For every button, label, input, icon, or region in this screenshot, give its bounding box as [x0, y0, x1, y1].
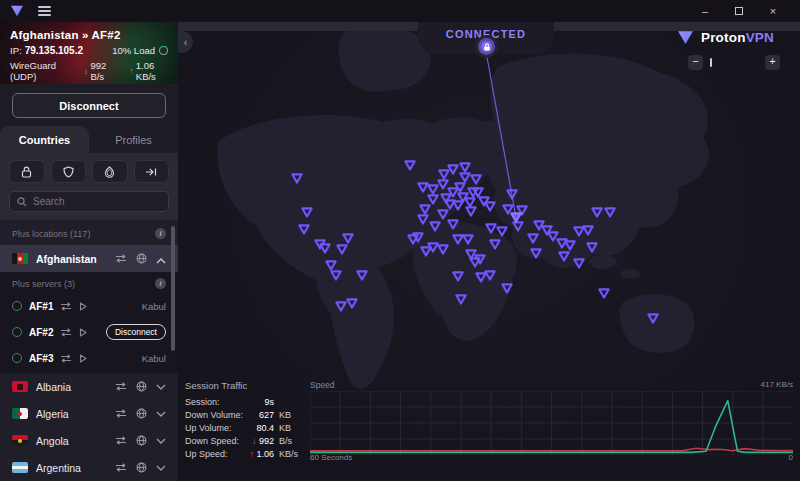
server-row[interactable]: AF#2 Disconnect [0, 319, 178, 345]
chart-x-label: 60 Seconds [310, 453, 352, 462]
sidebar-scrollbar[interactable] [171, 226, 175, 351]
chevron-up-icon[interactable] [156, 258, 166, 264]
chevron-down-icon[interactable] [156, 411, 166, 417]
map-server-pin[interactable] [454, 292, 468, 305]
map-server-pin[interactable] [473, 252, 487, 265]
map-server-pin[interactable] [345, 296, 359, 309]
hamburger-menu-icon[interactable] [38, 6, 51, 16]
play-icon[interactable] [79, 354, 87, 363]
swap-icon[interactable] [115, 409, 127, 418]
play-icon[interactable] [79, 328, 87, 337]
map-server-pin[interactable] [461, 232, 475, 245]
zoom-out-button[interactable]: − [688, 55, 703, 70]
server-row[interactable]: AF#3 Kabul [0, 345, 178, 371]
maximize-button[interactable] [722, 0, 756, 22]
country-row-active[interactable]: Afghanistan [0, 245, 178, 272]
session-stat-row: Up Speed: ↑ 1.06 KB/s [185, 447, 303, 460]
swap-icon[interactable] [60, 354, 72, 363]
map-server-pin[interactable] [500, 281, 514, 294]
map-server-pin[interactable] [464, 204, 478, 217]
map-server-pin[interactable] [451, 269, 465, 282]
ip-label: IP: [10, 45, 22, 56]
chevron-down-icon[interactable] [156, 465, 166, 471]
map-server-pin[interactable] [436, 242, 450, 255]
filter-tor-button[interactable] [92, 160, 128, 183]
map-server-pin[interactable] [597, 286, 611, 299]
filter-p2p-button[interactable] [134, 160, 170, 183]
protocol-label: WireGuard (UDP) [10, 60, 74, 82]
play-icon[interactable] [79, 302, 87, 311]
map-server-pin[interactable] [505, 187, 519, 200]
map-server-pin[interactable] [646, 311, 660, 324]
map-server-pin[interactable] [572, 256, 586, 269]
map-server-pin[interactable] [495, 224, 509, 237]
minimize-button[interactable]: – [688, 0, 722, 22]
stat-value: 627 [259, 410, 274, 420]
map-server-pin[interactable] [483, 268, 497, 281]
swap-icon[interactable] [115, 436, 127, 445]
close-button[interactable]: × [756, 0, 790, 22]
map-server-pin[interactable] [453, 180, 467, 193]
map-server-pin[interactable] [329, 268, 343, 281]
swap-icon[interactable] [115, 382, 127, 391]
country-name: Algeria [36, 408, 69, 420]
map-server-pin[interactable] [290, 171, 304, 184]
map-server-pin[interactable] [318, 241, 332, 254]
globe-icon[interactable] [136, 381, 147, 392]
chevron-down-icon[interactable] [156, 438, 166, 444]
map-server-pin[interactable] [585, 240, 599, 253]
map-server-pin[interactable] [603, 205, 617, 218]
filter-secure-core-button[interactable] [9, 160, 45, 183]
map-server-pin[interactable] [488, 237, 502, 250]
chevron-down-icon[interactable] [156, 384, 166, 390]
map-server-pin[interactable] [590, 205, 604, 218]
country-row[interactable]: Angola [0, 427, 178, 454]
map-server-pin[interactable] [403, 158, 417, 171]
swap-icon[interactable] [60, 328, 72, 337]
swap-icon[interactable] [115, 254, 127, 263]
locations-list: Plus locations (117) i Afghanistan Plus … [0, 220, 178, 481]
map-server-pin[interactable] [355, 268, 369, 281]
swap-icon[interactable] [60, 302, 72, 311]
map-server-pin[interactable] [446, 217, 460, 230]
zoom-in-button[interactable]: + [765, 55, 780, 70]
info-icon[interactable]: i [155, 278, 166, 289]
map-server-pin[interactable] [469, 172, 483, 185]
map-server-pin[interactable] [526, 231, 540, 244]
zoom-slider-thumb[interactable] [710, 58, 712, 67]
map-server-pin[interactable] [297, 222, 311, 235]
server-row[interactable]: AF#1 Kabul [0, 293, 178, 319]
map-server-pin[interactable] [557, 249, 571, 262]
filter-panel [0, 153, 178, 220]
sidebar-collapse-button[interactable]: ‹ [178, 31, 193, 53]
globe-icon[interactable] [136, 253, 147, 264]
map-server-pin[interactable] [411, 230, 425, 243]
filter-netshield-button[interactable] [51, 160, 87, 183]
map-server-pin[interactable] [341, 231, 355, 244]
session-traffic-panel: Session Traffic Session: 9s Down Volume:… [185, 380, 793, 476]
map-connected-pin[interactable] [509, 210, 523, 223]
search-input[interactable] [33, 196, 143, 207]
tab-profiles[interactable]: Profiles [89, 126, 178, 153]
swap-icon[interactable] [115, 463, 127, 472]
country-row[interactable]: Algeria [0, 400, 178, 427]
country-row[interactable]: Albania [0, 373, 178, 400]
info-icon[interactable]: i [155, 228, 166, 239]
country-row[interactable]: Argentina [0, 454, 178, 481]
globe-icon[interactable] [136, 435, 147, 446]
search-bar[interactable] [9, 191, 169, 212]
map-zoom-control: − + [688, 55, 780, 70]
server-disconnect-button[interactable]: Disconnect [106, 324, 166, 340]
map-server-pin[interactable] [300, 205, 314, 218]
disconnect-button[interactable]: Disconnect [12, 93, 166, 118]
load-value: 10% Load [112, 45, 155, 56]
tab-countries[interactable]: Countries [0, 126, 89, 153]
globe-icon[interactable] [136, 462, 147, 473]
map-server-pin[interactable] [428, 219, 442, 232]
map-server-pin[interactable] [529, 246, 543, 259]
map-server-pin[interactable] [581, 223, 595, 236]
ip-value: 79.135.105.2 [25, 45, 83, 56]
server-name: AF#2 [29, 327, 53, 338]
globe-icon[interactable] [136, 408, 147, 419]
map-server-pin[interactable] [483, 199, 497, 212]
